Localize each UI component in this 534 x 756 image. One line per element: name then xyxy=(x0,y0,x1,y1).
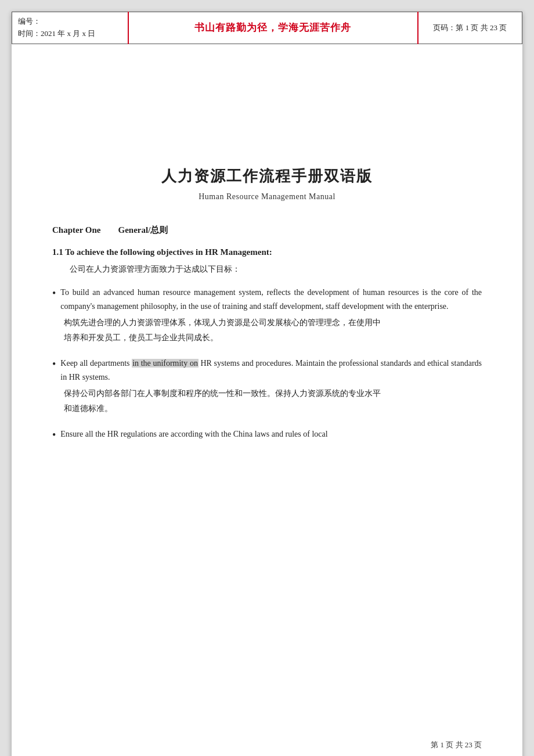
bullet-1-en: To build an advanced human resource mana… xyxy=(60,286,482,314)
header-motto: 书山有路勤为径，学海无涯苦作舟 xyxy=(128,12,418,44)
chapter-title: General/总则 xyxy=(118,225,168,235)
bullet-1-cn: 构筑先进合理的人力资源管理体系，体现人力资源是公司发展核心的管理理念，在使用中培… xyxy=(64,315,482,344)
header-date: 时间：2021 年 x 月 x 日 xyxy=(18,28,122,40)
section-1-1-chinese: 公司在人力资源管理方面致力于达成以下目标： xyxy=(70,262,482,276)
bullet-2-en: Keep all departments in the uniformity o… xyxy=(60,357,482,384)
bullet-row-2: • Keep all departments in the uniformity… xyxy=(52,357,482,384)
bullet-row-1: • To build an advanced human resource ma… xyxy=(52,286,482,314)
main-title: 人力资源工作流程手册双语版 xyxy=(52,166,482,186)
content-area: 人力资源工作流程手册双语版 Human Resource Management … xyxy=(12,44,522,489)
highlight-text: in the uniformity on xyxy=(132,359,199,368)
bullet-3-en: Ensure all the HR regulations are accord… xyxy=(60,427,327,441)
title-section: 人力资源工作流程手册双语版 Human Resource Management … xyxy=(52,166,482,201)
sub-title: Human Resource Management Manual xyxy=(52,192,482,201)
bullet-item-1: • To build an advanced human resource ma… xyxy=(52,286,482,345)
footer-page-text: 第 1 页 共 23 页 xyxy=(431,740,482,749)
chapter-label: Chapter One xyxy=(52,225,100,235)
bullet-row-3: • Ensure all the HR regulations are acco… xyxy=(52,427,482,443)
page: 编号： 时间：2021 年 x 月 x 日 书山有路勤为径，学海无涯苦作舟 页码… xyxy=(12,12,522,756)
section-1-1-heading: 1.1 To achieve the following objectives … xyxy=(52,247,482,257)
bullet-2-cn: 保持公司内部各部门在人事制度和程序的统一性和一致性。保持人力资源系统的专业水平和… xyxy=(64,386,482,415)
bullet-dot-1: • xyxy=(52,286,56,301)
bullet-item-3: • Ensure all the HR regulations are acco… xyxy=(52,427,482,443)
bullet-dot-2: • xyxy=(52,357,56,372)
footer: 第 1 页 共 23 页 xyxy=(431,740,482,750)
chapter-heading: Chapter One General/总则 xyxy=(52,225,482,236)
bullet-dot-3: • xyxy=(52,427,56,443)
bullet-item-2: • Keep all departments in the uniformity… xyxy=(52,357,482,416)
header-number: 编号： xyxy=(18,16,122,28)
header-left: 编号： 时间：2021 年 x 月 x 日 xyxy=(12,12,128,44)
header-table: 编号： 时间：2021 年 x 月 x 日 书山有路勤为径，学海无涯苦作舟 页码… xyxy=(12,12,522,44)
header-page: 页码：第 1 页 共 23 页 xyxy=(418,12,522,44)
